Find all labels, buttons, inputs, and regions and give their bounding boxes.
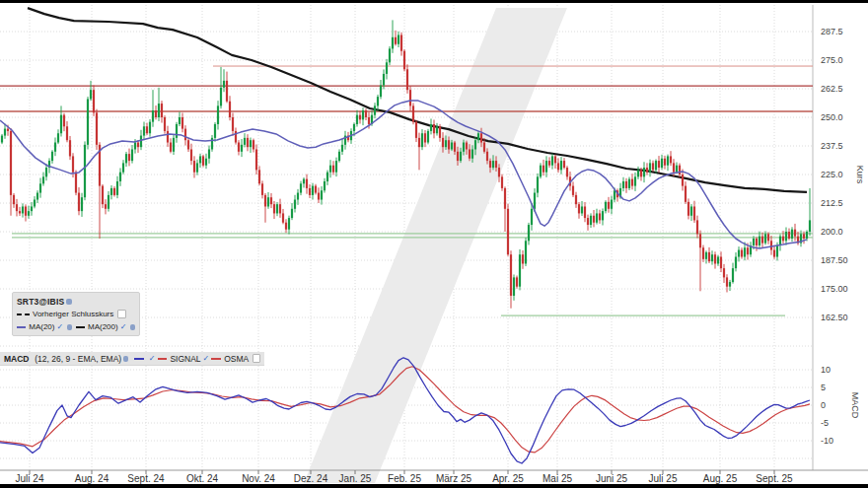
x-axis-label: Apr. 25	[492, 473, 524, 484]
x-axis-label: Feb. 25	[388, 473, 421, 484]
bottom-border	[0, 484, 868, 488]
ma20-options-icon[interactable]	[67, 324, 72, 330]
macd-tick-label: 10	[821, 365, 831, 375]
macd-tick-label: -10	[821, 436, 833, 446]
x-axis-label: Juli 25	[649, 473, 678, 484]
chart-canvas[interactable]: Juli 24Aug. 24Sept. 24Okt. 24Nov. 24Dez.…	[0, 0, 868, 488]
macd-line-icon	[134, 358, 144, 360]
ma20-label: MA(20)	[29, 322, 54, 331]
symbol-options-icon[interactable]	[66, 299, 72, 305]
x-axis-labels: Juli 24Aug. 24Sept. 24Okt. 24Nov. 24Dez.…	[16, 470, 794, 484]
top-border	[0, 0, 868, 3]
signal-line-icon	[158, 358, 168, 360]
x-axis-label: März 25	[436, 473, 472, 484]
macd-tick-label: -5	[821, 418, 829, 428]
prev-close-label: Vorheriger Schlusskurs	[33, 310, 113, 318]
x-axis-label: Jan. 25	[339, 473, 372, 484]
macd-tick-label: 5	[821, 383, 826, 392]
x-axis-label: Sept. 25	[756, 473, 793, 484]
ma200-label: MA(200)	[88, 322, 118, 331]
kurs-axis-title: Kurs	[855, 166, 865, 184]
price-tick-label: 200.0	[821, 227, 843, 237]
x-axis-label: Juli 24	[16, 473, 44, 484]
x-axis-label: Aug. 24	[75, 473, 109, 484]
price-legend-box[interactable]: SRT3@IBIS Vorheriger Schlusskurs MA(20) …	[12, 292, 140, 336]
macd-legend-bar[interactable]: MACD (12, 26, 9 - EMA, EMA) ✓ SIGNAL ✓ O…	[0, 352, 264, 366]
x-axis-label: Mai 25	[542, 473, 572, 484]
price-tick-label: 225.0	[821, 170, 843, 179]
x-axis-label: Nov. 24	[242, 473, 275, 484]
price-tick-label: 162.50	[821, 313, 848, 322]
x-axis-label: Aug. 25	[703, 473, 738, 484]
signal-checkmark[interactable]: ✓	[203, 355, 210, 363]
macd-params: (12, 26, 9 - EMA, EMA)	[35, 354, 121, 364]
x-axis-label: Okt. 24	[186, 473, 219, 484]
macd-options-icon[interactable]	[123, 356, 128, 362]
price-tick-label: 262.5	[821, 84, 843, 94]
macd-title: MACD	[4, 354, 30, 364]
x-axis-label: Sept. 24	[127, 473, 165, 484]
ma200-options-icon[interactable]	[130, 324, 135, 330]
stock-chart-window: Juli 24Aug. 24Sept. 24Okt. 24Nov. 24Dez.…	[0, 0, 868, 488]
price-tick-label: 212.5	[821, 198, 843, 208]
symbol-label: SRT3@IBIS	[17, 297, 64, 307]
x-axis-label: Juni 25	[596, 473, 628, 484]
price-tick-label: 175.00	[821, 284, 848, 294]
macd-axis-title: MACD	[850, 392, 860, 419]
price-tick-label: 287.5	[821, 27, 843, 36]
prev-close-line-icon	[17, 314, 30, 315]
price-tick-label: 275.0	[821, 55, 843, 65]
ma20-line-icon	[17, 326, 26, 328]
signal-label: SIGNAL	[170, 354, 200, 364]
ma200-line-icon	[76, 326, 85, 328]
price-tick-label: 187.50	[821, 255, 848, 265]
macd-tick-label: 0	[821, 400, 826, 410]
prev-close-checkbox[interactable]	[117, 310, 126, 318]
price-tick-label: 237.5	[821, 141, 843, 151]
ma20-checkmark[interactable]: ✓	[56, 323, 63, 331]
osma-checkbox[interactable]	[253, 354, 260, 363]
macd-checkmark[interactable]: ✓	[149, 355, 156, 363]
price-tick-label: 250.0	[821, 112, 843, 122]
ma200-checkmark[interactable]: ✓	[120, 323, 127, 331]
osma-line-icon	[211, 358, 221, 360]
x-axis-label: Dez. 24	[294, 473, 328, 484]
osma-label: OSMA	[224, 354, 249, 364]
